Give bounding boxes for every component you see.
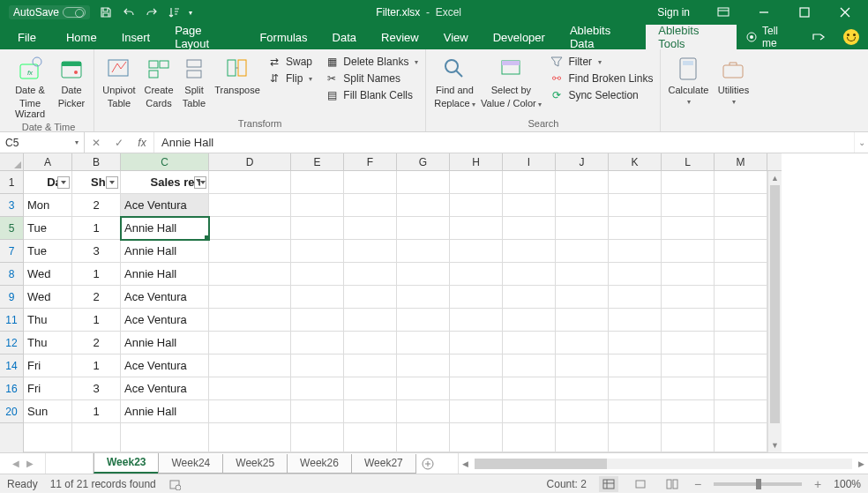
cell[interactable]: [556, 217, 609, 240]
select-all-button[interactable]: [0, 153, 24, 171]
cell[interactable]: [397, 286, 450, 309]
cell[interactable]: [344, 171, 397, 194]
cell[interactable]: [662, 217, 715, 240]
cell[interactable]: [503, 354, 556, 377]
cell[interactable]: 3: [72, 240, 121, 263]
cell[interactable]: [450, 263, 503, 286]
sign-in-link[interactable]: Sign in: [645, 6, 702, 19]
cell[interactable]: [715, 377, 767, 400]
cell[interactable]: [556, 240, 609, 263]
cell[interactable]: [450, 194, 503, 217]
cell[interactable]: [503, 400, 556, 423]
tab-ablebits-data[interactable]: Ablebits Data: [557, 25, 646, 49]
tab-review[interactable]: Review: [369, 25, 431, 49]
cell[interactable]: 2: [72, 194, 121, 217]
cell[interactable]: [397, 171, 450, 194]
column-header-G[interactable]: G: [397, 153, 450, 171]
column-header-H[interactable]: H: [450, 153, 503, 171]
cell[interactable]: Annie Hall: [121, 332, 209, 354]
maximize-button[interactable]: [785, 0, 824, 25]
cell[interactable]: [209, 217, 291, 240]
cell[interactable]: [609, 332, 662, 354]
minimize-button[interactable]: [745, 0, 783, 25]
tell-me[interactable]: Tell me: [737, 25, 802, 49]
cell[interactable]: Thu: [24, 309, 72, 332]
cell[interactable]: [344, 194, 397, 217]
cell[interactable]: [450, 171, 503, 194]
row-header[interactable]: 1: [0, 171, 24, 194]
scroll-down-button[interactable]: ▼: [768, 438, 782, 452]
cell[interactable]: [715, 240, 767, 263]
cell[interactable]: [715, 263, 767, 286]
column-header-I[interactable]: I: [503, 153, 556, 171]
unpivot-table-button[interactable]: Unpivot Table: [98, 51, 140, 108]
cell[interactable]: [556, 309, 609, 332]
cell[interactable]: [344, 240, 397, 263]
cell[interactable]: [344, 286, 397, 309]
formula-input[interactable]: Annie Hall: [154, 132, 854, 153]
redo-button[interactable]: [141, 2, 162, 23]
cell[interactable]: [662, 240, 715, 263]
cell[interactable]: 1: [72, 309, 121, 332]
macro-record-icon[interactable]: [168, 478, 181, 490]
cell[interactable]: Fri: [24, 377, 72, 400]
ribbon-display-button[interactable]: [704, 0, 743, 25]
cell[interactable]: [609, 171, 662, 194]
cell[interactable]: [662, 377, 715, 400]
row-header[interactable]: 14: [0, 354, 24, 377]
column-header-D[interactable]: D: [209, 153, 291, 171]
cell[interactable]: Mon: [24, 194, 72, 217]
cell[interactable]: [450, 332, 503, 354]
scrollbar-thumb[interactable]: [770, 185, 780, 423]
cell[interactable]: [662, 354, 715, 377]
cell[interactable]: Ace Ventura: [121, 354, 209, 377]
sheet-tab-week24[interactable]: Week24: [158, 454, 223, 474]
cell[interactable]: [344, 354, 397, 377]
cell[interactable]: [291, 332, 344, 354]
sheet-tab-week25[interactable]: Week25: [222, 454, 288, 474]
row-header[interactable]: 7: [0, 240, 24, 263]
name-box[interactable]: C5▾: [0, 132, 85, 153]
column-header-K[interactable]: K: [609, 153, 662, 171]
cell[interactable]: [609, 194, 662, 217]
column-header-J[interactable]: J: [556, 153, 609, 171]
cell[interactable]: [397, 400, 450, 423]
swap-button[interactable]: ⇄Swap: [264, 54, 316, 70]
cell[interactable]: [344, 377, 397, 400]
cell[interactable]: Annie Hall: [121, 217, 209, 240]
sheet-tab-week26[interactable]: Week26: [287, 454, 352, 474]
fill-blank-button[interactable]: ▤Fill Blank Cells: [321, 87, 422, 103]
cell[interactable]: 1: [72, 354, 121, 377]
cell[interactable]: [715, 286, 767, 309]
cell[interactable]: [662, 332, 715, 354]
cell[interactable]: 3: [72, 377, 121, 400]
cell[interactable]: [291, 309, 344, 332]
cell[interactable]: [450, 377, 503, 400]
cell[interactable]: [503, 286, 556, 309]
horizontal-scrollbar[interactable]: ◀ ▶: [458, 453, 868, 474]
cell[interactable]: Annie Hall: [121, 400, 209, 423]
cell[interactable]: Tue: [24, 240, 72, 263]
column-header-F[interactable]: F: [344, 153, 397, 171]
save-button[interactable]: [95, 2, 116, 23]
split-names-button[interactable]: ✂Split Names: [321, 71, 422, 86]
row-header[interactable]: 16: [0, 377, 24, 400]
cell[interactable]: [715, 309, 767, 332]
date-picker-button[interactable]: Date Picker: [53, 51, 90, 108]
column-header-L[interactable]: L: [662, 153, 715, 171]
cell[interactable]: Sun: [24, 400, 72, 423]
cell[interactable]: [291, 194, 344, 217]
column-header-A[interactable]: A: [24, 153, 72, 171]
enter-formula-button[interactable]: ✓: [108, 137, 131, 149]
cell[interactable]: [209, 354, 291, 377]
cell[interactable]: [209, 263, 291, 286]
calculate-button[interactable]: Calculate ▾: [664, 51, 712, 106]
cell[interactable]: [503, 332, 556, 354]
cell[interactable]: [662, 194, 715, 217]
cell[interactable]: Annie Hall: [121, 240, 209, 263]
sheet-tab-week23[interactable]: Week23: [94, 453, 159, 474]
cell[interactable]: Thu: [24, 332, 72, 354]
transpose-button[interactable]: Transpose: [211, 51, 264, 108]
row-header[interactable]: 8: [0, 263, 24, 286]
cell[interactable]: [344, 263, 397, 286]
